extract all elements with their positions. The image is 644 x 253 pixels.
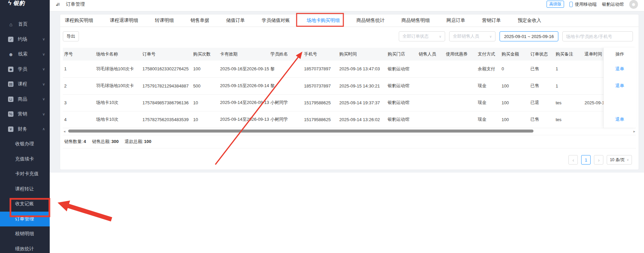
avatar[interactable]: ☻ xyxy=(629,0,638,9)
next-page-button[interactable]: › xyxy=(594,155,603,165)
scroll-left-icon[interactable]: ◂ xyxy=(63,129,66,134)
date-range-picker[interactable]: 2025-09-01 ~ 2025-09-16 xyxy=(500,31,558,41)
column-header-purchase-store: 购买门店 xyxy=(386,48,417,61)
cell-phone-number: 15179588625 xyxy=(303,94,338,111)
cell-order-number: 1758001623302276425 xyxy=(141,61,192,77)
logo-text: 银豹 xyxy=(13,0,25,7)
tab-venue-card-purchase[interactable]: 场地卡购买明细 xyxy=(307,17,340,24)
cell-purchase-store: 银豹运动馆 xyxy=(386,94,417,111)
tab-course-change[interactable]: 转课明细 xyxy=(155,17,174,24)
cell-salesperson xyxy=(417,111,444,128)
collapse-sidebar-icon[interactable]: ◂≡ xyxy=(56,1,59,7)
cell-purchase-count: 10 xyxy=(192,111,219,128)
prev-page-button[interactable]: ‹ xyxy=(568,155,578,165)
order-status-select[interactable]: 全部订单状态 ∨ xyxy=(399,31,445,41)
cell-salesperson xyxy=(417,94,444,111)
store-name[interactable]: 银豹运动馆 xyxy=(602,1,624,7)
sidebar-subitem-recharge-renew[interactable]: 充值续卡 xyxy=(0,152,50,167)
sidebar-subitem-cashier[interactable]: 收银办理 xyxy=(0,137,50,152)
cell-order-status: 已售 xyxy=(529,61,554,77)
use-mobile-link[interactable]: 使用移动端 xyxy=(569,1,597,7)
tab-member-stored-value[interactable]: 学员储值对账 xyxy=(262,17,290,24)
tab-goods-sales-stats[interactable]: 商品销售统计 xyxy=(356,17,385,24)
sidebar-item-goods[interactable]: ⊔商品∨ xyxy=(0,92,50,107)
tab-online-shop-order[interactable]: 网店订单 xyxy=(446,17,465,24)
cell-purchase-time: 2025-09-15 14:30:21 xyxy=(338,77,386,94)
column-header-order-number: 订单号 xyxy=(141,48,192,61)
sidebar-subitem-card-to-card[interactable]: 卡对卡充值 xyxy=(0,167,50,182)
cell-purchase-remark: tes xyxy=(554,111,583,128)
sidebar-item-finance[interactable]: ¥财务∧ xyxy=(0,122,50,137)
sidebar-subitem-label: 核销明细 xyxy=(15,231,45,237)
sidebar-subitem-order-management[interactable]: 订单管理 xyxy=(0,212,50,227)
cell-payment-method: 现金 xyxy=(476,77,500,94)
order-card: 课程购买明细课程退课明细转课明细销售单据储值订单学员储值对账场地卡购买明细商品销… xyxy=(60,14,639,170)
cell-order-number: 1757917821294384887 xyxy=(141,77,192,94)
tab-goods-sales-detail[interactable]: 商品销售明细 xyxy=(401,17,430,24)
column-header-action: 操作 xyxy=(604,48,636,61)
version-badge[interactable]: 高级版 xyxy=(547,1,564,8)
salesperson-select[interactable]: 全部销售人员 ∨ xyxy=(449,31,496,41)
tab-course-refund[interactable]: 课程退课明细 xyxy=(110,17,138,24)
cell-card-validity: 2025-09-15至2026-09-14 xyxy=(219,77,269,94)
column-header-order-status: 订单状态 xyxy=(529,48,554,61)
summary-label: 销售总额: xyxy=(92,139,111,144)
sidebar-subitem-label: 充值续卡 xyxy=(15,156,45,162)
annotation-arrow-to-sidebar xyxy=(67,206,112,219)
refund-order-link[interactable]: 退单 xyxy=(615,66,624,72)
tab-marketing-order[interactable]: 营销订单 xyxy=(482,17,501,24)
cell-coupon-used xyxy=(444,94,476,111)
cell-member-name: 黎 xyxy=(269,61,303,77)
sidebar-item-booking[interactable]: ✓约场∨ xyxy=(0,32,50,47)
cell-payment-method: 余额支付 xyxy=(476,61,500,77)
cell-action: 退单 xyxy=(604,111,636,128)
summary-value: 300 xyxy=(111,139,119,144)
page-size-select[interactable]: 10 条/页 ∨ xyxy=(607,155,632,165)
logo-bolt-icon: ϟ xyxy=(8,0,11,7)
tab-deposit-income[interactable]: 预定金收入 xyxy=(518,17,541,24)
refund-order-link[interactable]: 退单 xyxy=(615,83,624,89)
sidebar-subitem-verification-detail[interactable]: 核销明细 xyxy=(0,226,50,242)
summary-label: 退款总额: xyxy=(125,139,143,144)
tab-stored-value-order[interactable]: 储值订单 xyxy=(226,17,245,24)
sidebar-item-home[interactable]: ⌂首页 xyxy=(0,17,50,32)
sidebar-item-marketing[interactable]: %营销∨ xyxy=(0,107,50,122)
summary-item: 退款总额:100 xyxy=(125,139,151,145)
cell-purchase-count: 100 xyxy=(192,61,219,77)
cell-payment-method: 现金 xyxy=(476,111,500,128)
scroll-right-icon[interactable]: ▸ xyxy=(633,129,635,134)
sidebar-subitem-label: 课程转让 xyxy=(15,186,45,192)
current-page-button[interactable]: 1 xyxy=(581,155,591,165)
search-input[interactable] xyxy=(562,31,633,41)
cell-purchase-time: 2025-09-14 13:26:02 xyxy=(338,111,386,128)
sidebar-menu: ⌂首页✓约场∨☻线索∨☻学员∨▤课程∨⊔商品∨%营销∨¥财务∧ xyxy=(0,7,50,137)
sidebar-subitem-course-transfer[interactable]: 课程转让 xyxy=(0,182,50,197)
refund-order-link[interactable]: 退单 xyxy=(615,116,624,122)
cell-purchase-count: 500 xyxy=(192,77,219,94)
cell-index: 4 xyxy=(63,111,95,128)
sidebar-subitem-income-expense[interactable]: 收支记账 xyxy=(0,196,50,212)
pagination: ‹ 1 › 10 条/页 ∨ xyxy=(568,155,632,165)
cell-order-status: 已退 xyxy=(529,94,554,111)
sidebar-item-leads[interactable]: ☻线索∨ xyxy=(0,47,50,62)
filter-bar: 全部订单状态 ∨ 全部销售人员 ∨ 2025-09-01 ~ 2025-09-1… xyxy=(399,31,633,41)
cell-purchase-amount: 100 xyxy=(500,94,529,111)
order-status-placeholder: 全部订单状态 xyxy=(402,33,429,39)
avatar-person-icon: ☻ xyxy=(631,1,636,7)
chevron-down-icon: ∨ xyxy=(42,112,45,116)
cell-action: 退单 xyxy=(604,77,636,94)
sidebar-item-courses[interactable]: ▤课程∨ xyxy=(0,77,50,92)
cell-purchase-remark: tes xyxy=(554,94,583,111)
cell-venue-card-name: 羽毛球场地100次卡 xyxy=(95,77,141,94)
column-header-venue-card-name: 场地卡名称 xyxy=(95,48,141,61)
cell-purchase-amount: 100 xyxy=(500,111,529,128)
tab-course-purchase[interactable]: 课程购买明细 xyxy=(65,17,93,24)
cell-coupon-used xyxy=(444,111,476,128)
chevron-down-icon: ∨ xyxy=(42,82,45,86)
sidebar-subitem-performance-stats[interactable]: 绩效统计 xyxy=(0,242,50,253)
tab-sales-receipt[interactable]: 销售单据 xyxy=(190,17,209,24)
export-button[interactable]: 导出 xyxy=(63,31,79,41)
cell-order-number: 1757827562035483539 xyxy=(141,111,192,128)
horizontal-scrollbar-thumb[interactable] xyxy=(68,130,533,133)
sidebar-item-students[interactable]: ☻学员∨ xyxy=(0,62,50,77)
